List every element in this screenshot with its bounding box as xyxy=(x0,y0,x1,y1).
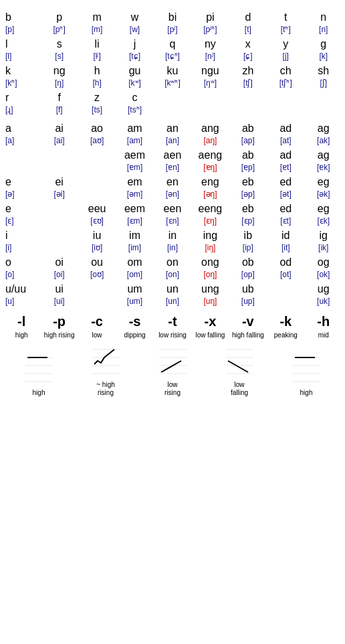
cell-main: h xyxy=(80,64,114,78)
cell-main: aen xyxy=(155,148,190,163)
cell-main: eb xyxy=(231,202,265,216)
tone-symbol: -x xyxy=(191,312,229,331)
cell-main: k xyxy=(5,64,39,78)
cell-main: q xyxy=(155,37,190,52)
cell-main: n xyxy=(306,10,342,25)
cell-ipa: [n] xyxy=(306,25,342,35)
cell-main: j xyxy=(117,37,152,52)
cell-main: eg xyxy=(306,175,342,189)
cell-ipa: [iʊ] xyxy=(80,243,114,254)
cell-ipa: [m] xyxy=(80,25,114,35)
cell-ipa: [u] xyxy=(5,297,39,307)
cell-main: p xyxy=(41,10,76,25)
cell-main: in xyxy=(155,228,190,243)
cell-ipa: [ɛp] xyxy=(231,216,265,227)
cell-ipa: [k] xyxy=(306,52,342,62)
cell-main: eeng xyxy=(193,202,227,216)
finals-table: a[a]ai[ai]ao[aʊ]am[am]an[an]ang[aŋ]ab[ap… xyxy=(3,120,342,308)
finals-section: a[a]ai[ai]ao[aʊ]am[am]an[an]ang[aŋ]ab[ap… xyxy=(3,120,342,308)
cell-main: ag xyxy=(306,148,342,163)
cell-main: ib xyxy=(231,228,265,243)
cell-main: ou xyxy=(80,255,114,270)
cell-main: ub xyxy=(231,282,265,297)
cell-ipa: [in] xyxy=(155,243,190,254)
table-row: l[l]s[s]li[lʲ]j[tɕ]q[tɕʰ]ny[nʲ]x[ɕ]y[j]g… xyxy=(3,36,342,63)
table-row: r[ɻ]f[f]z[ts]c[tsʰ] xyxy=(3,90,342,116)
cell-ipa: [ui] xyxy=(41,297,76,307)
cell-ipa: [pʲ] xyxy=(155,25,190,35)
cell-ipa: [əp] xyxy=(231,189,265,200)
cell-ipa: [lʲ] xyxy=(80,52,114,62)
cell-main: e xyxy=(5,175,39,189)
cell-main: ei xyxy=(41,175,76,189)
cell-ipa: [uk] xyxy=(306,297,342,307)
cell-main: ad xyxy=(268,121,303,136)
cell-main: a xyxy=(5,121,39,136)
cell-main: ao xyxy=(80,121,114,136)
cell-main: ku xyxy=(155,64,190,78)
cell-ipa: [ok] xyxy=(306,270,342,280)
cell-main: ag xyxy=(306,121,342,136)
cell-main: ch xyxy=(268,64,303,78)
cell-ipa: [tʰ] xyxy=(268,25,303,35)
cell-main: ui xyxy=(41,282,76,297)
cell-main: ig xyxy=(306,228,342,243)
table-row: o[o]oi[oi]ou[oʊ]om[om]on[on]ong[oŋ]ob[op… xyxy=(3,254,342,281)
cell-ipa: [ɐk] xyxy=(306,163,342,173)
tone-label: high rising xyxy=(40,331,78,340)
cell-ipa: [tʃʰ] xyxy=(268,78,303,89)
cell-main: ad xyxy=(268,148,303,163)
cell-main: ob xyxy=(231,255,265,270)
cell-ipa: [ɛk] xyxy=(306,216,342,227)
cell-ipa: [ən] xyxy=(155,189,190,200)
cell-main: om xyxy=(117,255,152,270)
cell-main: li xyxy=(80,37,114,52)
cell-main: o xyxy=(5,255,39,270)
tone-chart-item: high xyxy=(276,352,336,397)
cell-ipa: [əŋ] xyxy=(193,189,227,200)
cell-ipa: [ɛt] xyxy=(268,216,303,227)
cell-ipa: [ɛm] xyxy=(117,216,152,227)
cell-ipa: [w] xyxy=(117,25,152,35)
tone-chart-label: high xyxy=(33,389,45,397)
cell-main: oi xyxy=(41,255,76,270)
cell-main: em xyxy=(117,175,152,189)
cell-main: w xyxy=(117,10,152,25)
tone-symbol: -h xyxy=(305,312,343,331)
cell-main: ed xyxy=(268,175,303,189)
cell-ipa: [up] xyxy=(231,297,265,307)
cell-ipa: [at] xyxy=(268,136,303,147)
cell-ipa: [ɐp] xyxy=(231,163,265,173)
cell-main: ung xyxy=(193,282,227,297)
cell-main: u/uu xyxy=(5,282,39,297)
tone-chart-item: low rising xyxy=(142,344,203,397)
cell-ipa: [oʊ] xyxy=(80,270,114,280)
cell-ipa: [p] xyxy=(5,25,39,35)
cell-ipa: [a] xyxy=(5,136,39,147)
table-row: u/uu[u]ui[ui]um[um]un[un]ung[uŋ]ub[up]ug… xyxy=(3,281,342,308)
table-row: b[p]p[pʰ]m[m]w[w]bi[pʲ]pi[pʲʰ]d[t]t[tʰ]n… xyxy=(3,9,342,36)
cell-ipa: [tɕʰ] xyxy=(155,52,190,62)
table-row: a[a]ai[ai]ao[aʊ]am[am]an[an]ang[aŋ]ab[ap… xyxy=(3,120,342,147)
cell-ipa: [j] xyxy=(268,52,303,62)
cell-main: f xyxy=(41,90,76,105)
tones-section: -l-p-c-s-t-x-v-k-h highhigh risinglowdip… xyxy=(3,312,342,397)
cell-ipa: [ot] xyxy=(268,270,303,280)
tone-symbol: -l xyxy=(3,312,40,331)
cell-main: im xyxy=(117,228,152,243)
cell-ipa: [pʲʰ] xyxy=(193,25,227,35)
cell-ipa: [ip] xyxy=(231,243,265,254)
cell-ipa: [ai] xyxy=(41,136,76,147)
cell-ipa: [ak] xyxy=(306,136,342,147)
cell-ipa: [s] xyxy=(41,52,76,62)
tone-chart-item: ~ high rising xyxy=(76,344,136,397)
cell-ipa: [ɕ] xyxy=(231,52,265,62)
cell-main: eng xyxy=(193,175,227,189)
tone-label: peaking xyxy=(267,331,304,340)
cell-ipa: [i] xyxy=(5,243,39,254)
cell-main: gu xyxy=(117,64,152,78)
cell-main: een xyxy=(155,202,190,216)
cell-main: sh xyxy=(306,64,342,78)
cell-main: ing xyxy=(193,228,227,243)
cell-ipa: [ɐŋ] xyxy=(193,163,227,173)
